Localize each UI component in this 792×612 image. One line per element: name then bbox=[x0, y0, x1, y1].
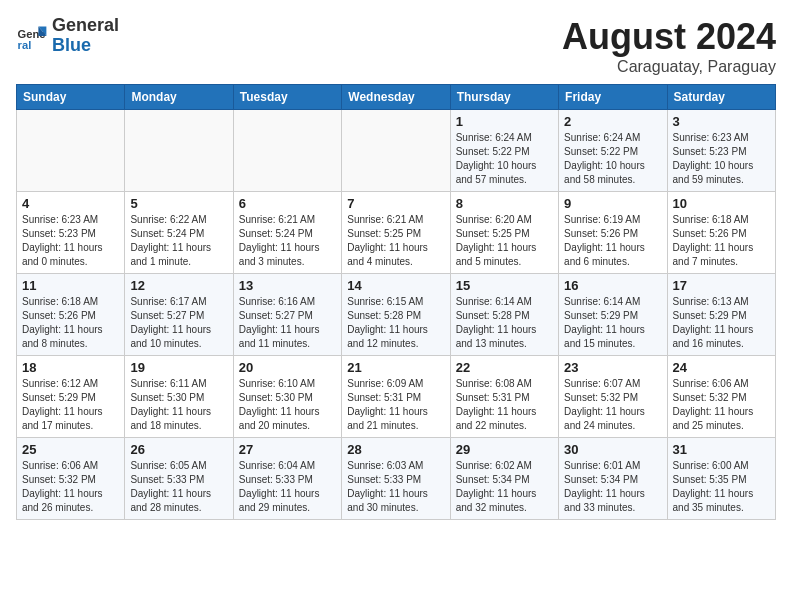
logo-text: General Blue bbox=[52, 16, 119, 56]
day-info: Sunrise: 6:12 AM Sunset: 5:29 PM Dayligh… bbox=[22, 377, 119, 433]
calendar-cell: 4Sunrise: 6:23 AM Sunset: 5:23 PM Daylig… bbox=[17, 192, 125, 274]
day-info: Sunrise: 6:06 AM Sunset: 5:32 PM Dayligh… bbox=[22, 459, 119, 515]
calendar-cell bbox=[125, 110, 233, 192]
calendar-cell: 25Sunrise: 6:06 AM Sunset: 5:32 PM Dayli… bbox=[17, 438, 125, 520]
day-info: Sunrise: 6:22 AM Sunset: 5:24 PM Dayligh… bbox=[130, 213, 227, 269]
day-info: Sunrise: 6:13 AM Sunset: 5:29 PM Dayligh… bbox=[673, 295, 770, 351]
calendar-cell: 18Sunrise: 6:12 AM Sunset: 5:29 PM Dayli… bbox=[17, 356, 125, 438]
calendar-cell bbox=[342, 110, 450, 192]
calendar-cell: 31Sunrise: 6:00 AM Sunset: 5:35 PM Dayli… bbox=[667, 438, 775, 520]
day-info: Sunrise: 6:09 AM Sunset: 5:31 PM Dayligh… bbox=[347, 377, 444, 433]
day-number: 28 bbox=[347, 442, 444, 457]
day-info: Sunrise: 6:06 AM Sunset: 5:32 PM Dayligh… bbox=[673, 377, 770, 433]
day-number: 5 bbox=[130, 196, 227, 211]
day-info: Sunrise: 6:08 AM Sunset: 5:31 PM Dayligh… bbox=[456, 377, 553, 433]
day-number: 6 bbox=[239, 196, 336, 211]
calendar-cell: 7Sunrise: 6:21 AM Sunset: 5:25 PM Daylig… bbox=[342, 192, 450, 274]
calendar-cell: 21Sunrise: 6:09 AM Sunset: 5:31 PM Dayli… bbox=[342, 356, 450, 438]
calendar-cell: 11Sunrise: 6:18 AM Sunset: 5:26 PM Dayli… bbox=[17, 274, 125, 356]
day-number: 26 bbox=[130, 442, 227, 457]
calendar-cell: 27Sunrise: 6:04 AM Sunset: 5:33 PM Dayli… bbox=[233, 438, 341, 520]
calendar-cell: 9Sunrise: 6:19 AM Sunset: 5:26 PM Daylig… bbox=[559, 192, 667, 274]
day-number: 21 bbox=[347, 360, 444, 375]
logo: Gene ral General Blue bbox=[16, 16, 119, 56]
day-info: Sunrise: 6:05 AM Sunset: 5:33 PM Dayligh… bbox=[130, 459, 227, 515]
title-block: August 2024 Caraguatay, Paraguay bbox=[562, 16, 776, 76]
day-number: 31 bbox=[673, 442, 770, 457]
calendar-cell: 17Sunrise: 6:13 AM Sunset: 5:29 PM Dayli… bbox=[667, 274, 775, 356]
day-info: Sunrise: 6:18 AM Sunset: 5:26 PM Dayligh… bbox=[22, 295, 119, 351]
day-number: 20 bbox=[239, 360, 336, 375]
weekday-header: Monday bbox=[125, 85, 233, 110]
calendar-cell: 14Sunrise: 6:15 AM Sunset: 5:28 PM Dayli… bbox=[342, 274, 450, 356]
weekday-header: Saturday bbox=[667, 85, 775, 110]
day-info: Sunrise: 6:10 AM Sunset: 5:30 PM Dayligh… bbox=[239, 377, 336, 433]
day-info: Sunrise: 6:18 AM Sunset: 5:26 PM Dayligh… bbox=[673, 213, 770, 269]
day-info: Sunrise: 6:04 AM Sunset: 5:33 PM Dayligh… bbox=[239, 459, 336, 515]
day-number: 19 bbox=[130, 360, 227, 375]
weekday-header: Wednesday bbox=[342, 85, 450, 110]
day-number: 11 bbox=[22, 278, 119, 293]
day-number: 8 bbox=[456, 196, 553, 211]
calendar-week: 4Sunrise: 6:23 AM Sunset: 5:23 PM Daylig… bbox=[17, 192, 776, 274]
calendar-cell: 23Sunrise: 6:07 AM Sunset: 5:32 PM Dayli… bbox=[559, 356, 667, 438]
calendar-title: August 2024 bbox=[562, 16, 776, 58]
calendar-cell: 5Sunrise: 6:22 AM Sunset: 5:24 PM Daylig… bbox=[125, 192, 233, 274]
day-number: 27 bbox=[239, 442, 336, 457]
calendar-cell: 22Sunrise: 6:08 AM Sunset: 5:31 PM Dayli… bbox=[450, 356, 558, 438]
day-number: 4 bbox=[22, 196, 119, 211]
weekday-header: Sunday bbox=[17, 85, 125, 110]
day-info: Sunrise: 6:07 AM Sunset: 5:32 PM Dayligh… bbox=[564, 377, 661, 433]
calendar-cell bbox=[233, 110, 341, 192]
calendar-week: 11Sunrise: 6:18 AM Sunset: 5:26 PM Dayli… bbox=[17, 274, 776, 356]
day-number: 2 bbox=[564, 114, 661, 129]
weekday-header: Thursday bbox=[450, 85, 558, 110]
calendar-header: SundayMondayTuesdayWednesdayThursdayFrid… bbox=[17, 85, 776, 110]
logo-general: General bbox=[52, 16, 119, 36]
day-info: Sunrise: 6:23 AM Sunset: 5:23 PM Dayligh… bbox=[22, 213, 119, 269]
day-info: Sunrise: 6:11 AM Sunset: 5:30 PM Dayligh… bbox=[130, 377, 227, 433]
day-info: Sunrise: 6:24 AM Sunset: 5:22 PM Dayligh… bbox=[456, 131, 553, 187]
day-number: 22 bbox=[456, 360, 553, 375]
day-number: 3 bbox=[673, 114, 770, 129]
day-number: 10 bbox=[673, 196, 770, 211]
calendar-cell: 1Sunrise: 6:24 AM Sunset: 5:22 PM Daylig… bbox=[450, 110, 558, 192]
calendar-cell: 13Sunrise: 6:16 AM Sunset: 5:27 PM Dayli… bbox=[233, 274, 341, 356]
day-info: Sunrise: 6:24 AM Sunset: 5:22 PM Dayligh… bbox=[564, 131, 661, 187]
calendar-cell: 30Sunrise: 6:01 AM Sunset: 5:34 PM Dayli… bbox=[559, 438, 667, 520]
day-info: Sunrise: 6:17 AM Sunset: 5:27 PM Dayligh… bbox=[130, 295, 227, 351]
calendar-cell: 29Sunrise: 6:02 AM Sunset: 5:34 PM Dayli… bbox=[450, 438, 558, 520]
calendar-cell: 15Sunrise: 6:14 AM Sunset: 5:28 PM Dayli… bbox=[450, 274, 558, 356]
calendar-cell: 24Sunrise: 6:06 AM Sunset: 5:32 PM Dayli… bbox=[667, 356, 775, 438]
calendar-subtitle: Caraguatay, Paraguay bbox=[562, 58, 776, 76]
calendar-cell: 3Sunrise: 6:23 AM Sunset: 5:23 PM Daylig… bbox=[667, 110, 775, 192]
day-number: 7 bbox=[347, 196, 444, 211]
page-header: Gene ral General Blue August 2024 Caragu… bbox=[16, 16, 776, 76]
day-number: 25 bbox=[22, 442, 119, 457]
day-info: Sunrise: 6:00 AM Sunset: 5:35 PM Dayligh… bbox=[673, 459, 770, 515]
weekday-header: Friday bbox=[559, 85, 667, 110]
day-number: 16 bbox=[564, 278, 661, 293]
day-info: Sunrise: 6:20 AM Sunset: 5:25 PM Dayligh… bbox=[456, 213, 553, 269]
calendar-cell: 8Sunrise: 6:20 AM Sunset: 5:25 PM Daylig… bbox=[450, 192, 558, 274]
calendar-cell: 2Sunrise: 6:24 AM Sunset: 5:22 PM Daylig… bbox=[559, 110, 667, 192]
day-info: Sunrise: 6:01 AM Sunset: 5:34 PM Dayligh… bbox=[564, 459, 661, 515]
day-number: 13 bbox=[239, 278, 336, 293]
day-number: 18 bbox=[22, 360, 119, 375]
day-info: Sunrise: 6:03 AM Sunset: 5:33 PM Dayligh… bbox=[347, 459, 444, 515]
day-number: 24 bbox=[673, 360, 770, 375]
day-number: 29 bbox=[456, 442, 553, 457]
day-info: Sunrise: 6:21 AM Sunset: 5:24 PM Dayligh… bbox=[239, 213, 336, 269]
day-number: 17 bbox=[673, 278, 770, 293]
calendar-cell: 6Sunrise: 6:21 AM Sunset: 5:24 PM Daylig… bbox=[233, 192, 341, 274]
day-number: 15 bbox=[456, 278, 553, 293]
day-info: Sunrise: 6:16 AM Sunset: 5:27 PM Dayligh… bbox=[239, 295, 336, 351]
calendar-cell: 20Sunrise: 6:10 AM Sunset: 5:30 PM Dayli… bbox=[233, 356, 341, 438]
calendar-week: 25Sunrise: 6:06 AM Sunset: 5:32 PM Dayli… bbox=[17, 438, 776, 520]
day-number: 1 bbox=[456, 114, 553, 129]
day-info: Sunrise: 6:14 AM Sunset: 5:29 PM Dayligh… bbox=[564, 295, 661, 351]
calendar-body: 1Sunrise: 6:24 AM Sunset: 5:22 PM Daylig… bbox=[17, 110, 776, 520]
day-number: 12 bbox=[130, 278, 227, 293]
day-number: 30 bbox=[564, 442, 661, 457]
calendar-table: SundayMondayTuesdayWednesdayThursdayFrid… bbox=[16, 84, 776, 520]
